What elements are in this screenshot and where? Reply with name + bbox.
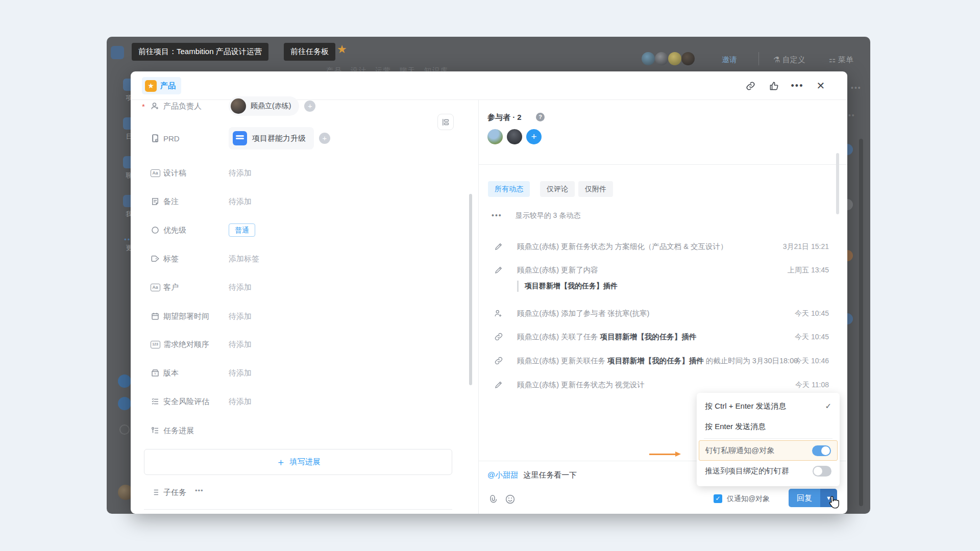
milestone-icon [150,425,160,436]
text-field-icon: Aa [150,282,160,292]
ding-group-toggle[interactable] [813,466,831,477]
like-button[interactable] [765,77,783,95]
field-value-placeholder[interactable]: 待添加 [229,340,252,349]
more-icon: ••• [851,84,862,92]
menu-item-ding-private-notify[interactable]: 钉钉私聊通知@对象 [699,440,838,461]
task-type-chip[interactable]: ★ 产品 [142,77,181,94]
field-label: 期望部署时间 [163,312,209,321]
add-participant-button[interactable]: + [526,129,542,144]
avatar [642,52,655,65]
tab-all-activity[interactable]: 所有动态 [488,181,530,197]
feed-item: 顾鼎立(赤练) 添加了参与者 张抗寒(抗寒) 今天 10:45 [487,308,840,319]
field-row-prd: PRD 项目群能力升级 + [131,128,478,148]
comment-input[interactable]: @小甜甜这里任务看一下 [487,470,577,480]
field-row-tag: 标签 添加标签 [131,248,478,269]
add-prd-button[interactable]: + [319,133,330,144]
left-pane-scrollbar[interactable] [469,194,472,385]
field-value-placeholder[interactable]: 待添加 [229,397,252,407]
prd-doc-chip[interactable]: 项目群能力升级 [229,127,314,149]
field-label: 标签 [163,254,179,264]
task-detail-modal: ★ 产品 ••• ✕ * 产品负责人 顾鼎立(赤练) + PRD [131,71,847,514]
field-label: 任务进展 [163,426,194,436]
more-actions-button[interactable]: ••• [788,77,806,95]
note-icon [150,196,160,207]
field-row-order: 123 需求绝对顺序 待添加 [131,334,478,355]
divider [758,52,759,65]
field-value-placeholder[interactable]: 待添加 [229,283,252,292]
invite-button[interactable]: 邀请 [722,55,737,65]
favorite-star-icon[interactable]: ★ [337,43,347,56]
sidebar-action[interactable] [118,397,131,410]
svg-text:V: V [154,372,156,375]
field-layout-button[interactable] [437,114,454,130]
field-value-placeholder[interactable]: 待添加 [229,168,252,178]
field-value-placeholder[interactable]: 待添加 [229,197,252,207]
field-value-placeholder[interactable]: 待添加 [229,368,252,378]
field-row-note: 备注 待添加 [131,191,478,212]
ding-private-toggle[interactable] [812,445,831,456]
show-earlier-activities[interactable]: •••显示较早的 3 条动态 [492,211,580,220]
emoji-icon[interactable] [505,494,516,505]
field-value-placeholder[interactable]: 待添加 [229,312,252,321]
menu-item-enter[interactable]: 按 Enter 发送消息 [697,416,840,437]
app-logo [111,46,124,59]
field-row-deploy-date: 期望部署时间 待添加 [131,306,478,327]
reply-button[interactable]: 回复 [789,489,820,507]
menu-item-ctrl-enter[interactable]: 按 Ctrl + Enter 发送消息 ✓ [697,396,840,416]
participant-avatar[interactable] [487,129,503,144]
sidebar-status [119,424,130,435]
tooltip-go-board[interactable]: 前往任务板 [284,43,335,61]
list-icon [150,487,160,497]
feed-quote: 项目群新增【我的任务】插件 [517,281,618,292]
field-label: 设计稿 [163,168,186,178]
background-scrollbar[interactable] [859,139,863,506]
sidebar-action[interactable] [118,374,131,388]
ellipsis-icon: ••• [492,211,502,219]
fill-progress-button[interactable]: ＋ 填写进展 [144,449,452,475]
avatar [655,52,668,65]
tooltip-go-project[interactable]: 前往项目：Teambition 产品设计运营 [132,43,268,61]
feed-item: 顾鼎立(赤练) 更新了内容 上周五 13:45 [487,265,840,276]
required-mark: * [142,102,145,111]
feed-item: 顾鼎立(赤练) 更新任务状态为 方案细化（产品文档 & 交互设计） 3月21日 … [487,241,840,253]
add-owner-button[interactable]: + [304,101,315,112]
mouse-cursor [828,495,841,510]
field-row-design: Aa 设计稿 待添加 [131,163,478,183]
tab-comments-only[interactable]: 仅评论 [540,181,575,197]
text-field-icon: Aa [150,168,160,178]
person-icon [150,101,160,111]
mention-chip[interactable]: @小甜甜 [487,470,518,479]
field-value-placeholder[interactable]: 添加标签 [229,254,259,264]
divider [144,509,452,510]
pane-divider [478,100,479,514]
field-label: 优先级 [163,226,186,235]
notify-only-checkbox[interactable]: ✓ [714,494,722,503]
divider [704,438,832,439]
pencil-icon [494,380,503,389]
calendar-icon [150,311,160,321]
owner-avatar [231,98,246,114]
avatar [681,52,695,65]
priority-chip[interactable]: 普通 [229,223,255,237]
owner-chip[interactable]: 顾鼎立(赤练) [229,96,299,116]
field-row-priority: 优先级 普通 [131,220,478,240]
copy-link-button[interactable] [741,77,760,95]
attachment-icon[interactable] [487,494,499,505]
menu-item-ding-group-push[interactable]: 推送到项目绑定的钉钉群 [697,461,840,481]
guide-arrow-icon [649,452,681,456]
subtask-more-button[interactable]: ••• [195,487,204,494]
tab-attachments-only[interactable]: 仅附件 [578,181,613,197]
field-label: 需求绝对顺序 [163,340,209,349]
avatar [668,52,681,65]
help-icon[interactable]: ? [536,113,545,121]
field-label: 客户 [163,283,179,292]
participant-avatar[interactable] [507,129,522,144]
pencil-icon [494,242,503,251]
menu-button[interactable]: ⚏ 菜单 [829,55,853,65]
close-button[interactable]: ✕ [812,77,830,95]
field-row-owner: * 产品负责人 顾鼎立(赤练) + [131,96,478,116]
right-pane-scrollbar[interactable] [836,153,839,214]
field-label: 版本 [163,368,179,378]
feed-item: 顾鼎立(赤练) 更新关联任务 项目群新增【我的任务】插件 的截止时间为 3月30… [487,356,840,367]
customize-button[interactable]: ⚗ 自定义 [773,55,805,65]
